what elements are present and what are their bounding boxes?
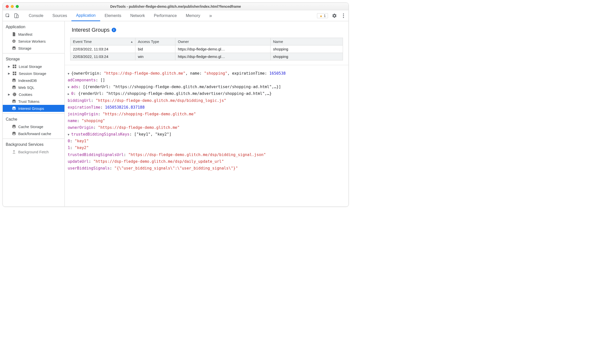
interest-groups-table: Event Time▲ Access Type Owner Name 22/03…	[70, 38, 343, 60]
inspect-element-icon[interactable]	[5, 13, 10, 18]
tabs-overflow-button[interactable]: »	[205, 10, 216, 21]
tree-node[interactable]: biddingUrl: "https://dsp-fledge-demo.gli…	[66, 97, 347, 104]
database-icon	[12, 124, 16, 129]
warning-count: 1	[324, 14, 326, 18]
svg-point-3	[343, 13, 344, 14]
tab-console[interactable]: Console	[24, 10, 48, 21]
th-owner[interactable]: Owner	[175, 38, 271, 45]
tree-node[interactable]: ownerOrigin: "https://dsp-fledge-demo.gl…	[66, 124, 347, 131]
tree-node[interactable]: joiningOrigin: "https://shopping-fledge-…	[66, 111, 347, 118]
database-icon	[12, 78, 16, 83]
tab-network[interactable]: Network	[126, 10, 149, 21]
sort-asc-icon: ▲	[130, 40, 133, 43]
window-title: DevTools - publisher-fledge-demo.glitch.…	[3, 4, 348, 8]
sidebar-section-application: Application	[3, 23, 64, 31]
tree-node[interactable]: trustedBiddingSignalsUrl: "https://dsp-f…	[66, 152, 347, 158]
database-icon	[12, 99, 16, 104]
warning-icon: ▲	[319, 14, 323, 18]
detail-json-tree[interactable]: ▼{ownerOrigin: "https://dsp-fledge-demo.…	[65, 65, 348, 175]
sidebar-item-storage[interactable]: Storage	[3, 45, 64, 52]
upload-icon	[12, 150, 16, 154]
collapse-caret-icon[interactable]: ▼	[68, 71, 71, 76]
main-panel: Interest Groups i Event Time▲ Access Typ…	[65, 21, 348, 206]
table-row[interactable]: 22/03/2022, 11:03:24 win https://dsp-fle…	[70, 53, 343, 60]
titlebar: DevTools - publisher-fledge-demo.glitch.…	[3, 3, 348, 10]
svg-rect-13	[13, 74, 14, 75]
sidebar-item-background-fetch[interactable]: Background Fetch	[3, 148, 64, 155]
sidebar-item-trust-tokens[interactable]: Trust Tokens	[3, 98, 64, 105]
expand-caret-icon[interactable]: ▶	[68, 92, 71, 96]
database-icon	[12, 46, 16, 50]
tree-root[interactable]: ▼{ownerOrigin: "https://dsp-fledge-demo.…	[66, 70, 347, 77]
cell-name: shopping	[271, 45, 343, 53]
svg-point-21	[13, 95, 14, 95]
more-options-icon[interactable]	[341, 13, 346, 18]
tab-memory[interactable]: Memory	[181, 10, 205, 21]
tab-performance[interactable]: Performance	[149, 10, 181, 21]
tree-node[interactable]: userBiddingSignals: "{\"user_bidding_sig…	[66, 165, 347, 172]
document-icon	[12, 32, 16, 36]
tree-node[interactable]: updateUrl: "https://dsp-fledge-demo.glit…	[66, 158, 347, 165]
expand-caret-icon[interactable]: ▶	[8, 93, 10, 96]
svg-rect-7	[13, 65, 14, 66]
tree-node[interactable]: ▶0: {renderUrl: "https://shopping-fledge…	[66, 90, 347, 97]
tab-sources[interactable]: Sources	[48, 10, 72, 21]
database-icon	[12, 131, 16, 136]
cell-event-time: 22/03/2022, 11:03:24	[70, 45, 135, 53]
sidebar-item-cache-storage[interactable]: Cache Storage	[3, 123, 64, 130]
tree-node[interactable]: adComponents: []	[66, 77, 347, 84]
tree-node[interactable]: 0: "key1"	[66, 138, 347, 145]
collapse-caret-icon[interactable]: ▼	[68, 132, 71, 137]
svg-point-18	[13, 94, 14, 94]
tree-node-tbsk[interactable]: ▼trustedBiddingSignalsKeys: ["key1", "ke…	[66, 131, 347, 138]
collapse-caret-icon[interactable]: ▼	[68, 85, 71, 90]
cell-access-type: bid	[135, 45, 175, 53]
sidebar-item-session-storage[interactable]: ▶ Session Storage	[3, 70, 64, 77]
settings-icon[interactable]	[332, 13, 337, 18]
warnings-badge[interactable]: ▲ 1	[317, 13, 328, 18]
tab-application[interactable]: Application	[71, 10, 100, 21]
sidebar-item-indexeddb[interactable]: IndexedDB	[3, 77, 64, 84]
tree-node[interactable]: name: "shopping"	[66, 118, 347, 124]
sidebar-section-background: Background Services	[3, 140, 64, 148]
sidebar-section-storage: Storage	[3, 55, 64, 63]
sidebar-item-service-workers[interactable]: Service Workers	[3, 38, 64, 45]
cell-name: shopping	[271, 53, 343, 60]
device-toolbar-icon[interactable]	[14, 13, 19, 18]
svg-rect-10	[15, 67, 16, 68]
table-row[interactable]: 22/03/2022, 11:03:24 bid https://dsp-fle…	[70, 45, 343, 53]
sidebar-item-cookies[interactable]: ▶ Cookies	[3, 91, 64, 98]
expand-caret-icon[interactable]: ▶	[8, 72, 10, 75]
svg-point-5	[343, 17, 344, 18]
sidebar-section-cache: Cache	[3, 115, 64, 123]
database-icon	[12, 106, 16, 111]
svg-rect-2	[17, 15, 18, 18]
sidebar-item-interest-groups[interactable]: Interest Groups	[3, 105, 64, 112]
svg-point-4	[343, 15, 344, 16]
th-access-type[interactable]: Access Type	[135, 38, 175, 45]
panel-title: Interest Groups	[72, 27, 110, 33]
tab-elements[interactable]: Elements	[100, 10, 126, 21]
sidebar-item-manifest[interactable]: Manifest	[3, 31, 64, 38]
sidebar-item-back-forward-cache[interactable]: Back/forward cache	[3, 130, 64, 137]
cell-access-type: win	[135, 53, 175, 60]
sidebar-item-web-sql[interactable]: Web SQL	[3, 84, 64, 91]
th-event-time[interactable]: Event Time▲	[70, 38, 135, 45]
sidebar-item-local-storage[interactable]: ▶ Local Storage	[3, 63, 64, 70]
svg-rect-12	[15, 72, 16, 73]
cookie-icon	[12, 92, 17, 97]
expand-caret-icon[interactable]: ▶	[8, 65, 10, 68]
cell-owner: https://dsp-fledge-demo.gl…	[175, 45, 271, 53]
cell-owner: https://dsp-fledge-demo.gl…	[175, 53, 271, 60]
th-name[interactable]: Name	[271, 38, 343, 45]
svg-rect-9	[13, 67, 14, 68]
tree-node[interactable]: 1: "key2"	[66, 145, 347, 151]
tree-node[interactable]: expirationTime: 1650538216.837188	[66, 104, 347, 111]
svg-point-19	[15, 93, 15, 94]
grid-icon	[12, 64, 17, 69]
application-sidebar: Application Manifest Service Workers Sto…	[3, 21, 65, 206]
info-icon[interactable]: i	[112, 28, 116, 32]
svg-rect-11	[13, 72, 14, 73]
tree-node-ads[interactable]: ▼ads: [{renderUrl: "https://shopping-fle…	[66, 84, 347, 90]
svg-rect-14	[15, 74, 16, 75]
